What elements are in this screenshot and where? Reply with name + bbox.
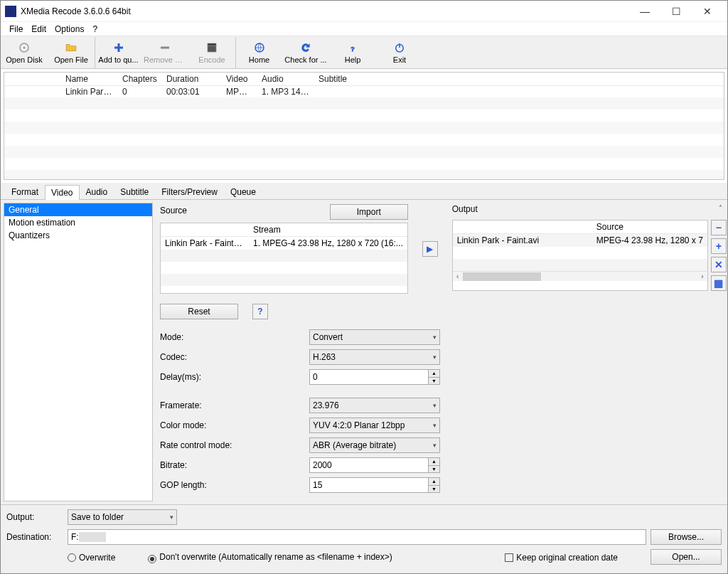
chevron-down-icon: ▾ bbox=[170, 514, 173, 521]
tab-video[interactable]: Video bbox=[45, 185, 79, 200]
side-item-quantizers[interactable]: Quantizers bbox=[4, 229, 152, 242]
delay-input[interactable]: ▲▼ bbox=[309, 369, 440, 385]
menu-file[interactable]: File bbox=[5, 23, 27, 36]
menu-help[interactable]: ? bbox=[88, 23, 102, 36]
toolbar-add-queue[interactable]: Add to qu... bbox=[95, 37, 141, 68]
chevron-down-icon: ▾ bbox=[433, 354, 437, 361]
toolbar-open-file[interactable]: Open File bbox=[48, 37, 95, 68]
chevron-down-icon: ▾ bbox=[433, 402, 437, 409]
tabs-bar: Format Video Audio Subtitle Filters/Prev… bbox=[1, 183, 727, 200]
toolbar-exit[interactable]: Exit bbox=[376, 37, 423, 68]
gop-input[interactable]: ▲▼ bbox=[309, 477, 440, 493]
video-settings-list[interactable]: General Motion estimation Quantizers bbox=[4, 203, 153, 501]
menu-bar: File Edit Options ? bbox=[1, 22, 727, 36]
reset-button[interactable]: Reset bbox=[160, 304, 238, 319]
output-mode-combo[interactable]: Save to folder▾ bbox=[68, 509, 177, 525]
app-icon bbox=[5, 6, 16, 17]
move-right-button[interactable]: ▶ bbox=[422, 241, 438, 257]
framerate-combo[interactable]: 23.976▾ bbox=[309, 398, 440, 413]
output-remove-button[interactable]: − bbox=[711, 220, 727, 235]
destination-input[interactable]: F: bbox=[68, 529, 646, 545]
codec-combo[interactable]: H.263▾ bbox=[309, 349, 440, 365]
output-add-button[interactable]: + bbox=[711, 238, 727, 254]
output-clear-button[interactable]: ✕ bbox=[711, 257, 727, 272]
dont-overwrite-radio[interactable]: Don't overwrite (Automatically rename as… bbox=[148, 552, 500, 562]
col-stream[interactable]: Stream bbox=[249, 223, 407, 236]
tab-audio[interactable]: Audio bbox=[80, 184, 114, 199]
source-title: Source bbox=[160, 206, 187, 216]
browse-button[interactable]: Browse... bbox=[651, 529, 722, 545]
refresh-icon bbox=[299, 41, 312, 54]
open-button[interactable]: Open... bbox=[651, 549, 722, 565]
toolbar-check-updates[interactable]: Check for ... bbox=[282, 37, 329, 68]
globe-icon bbox=[253, 41, 266, 54]
col-audio[interactable]: Audio bbox=[257, 73, 314, 85]
title-bar: XMedia Recode 3.6.0.6 64bit — ☐ ✕ bbox=[1, 1, 727, 22]
ratecontrol-combo[interactable]: ABR (Average bitrate)▾ bbox=[309, 437, 440, 453]
file-table-header: Name Chapters Duration Video Audio Subti… bbox=[4, 73, 724, 86]
side-item-general[interactable]: General bbox=[4, 203, 152, 216]
col-name[interactable]: Name bbox=[61, 73, 118, 85]
chevron-down-icon: ▾ bbox=[433, 442, 437, 449]
minus-icon bbox=[159, 41, 171, 54]
output-hscroll[interactable]: ‹ › bbox=[453, 271, 707, 281]
bitrate-input[interactable]: ▲▼ bbox=[309, 457, 440, 473]
file-table-row[interactable]: Linkin Park -... 0 00:03:01 MPEG-... 1. … bbox=[4, 86, 724, 97]
overwrite-radio[interactable]: Overwrite bbox=[68, 552, 115, 563]
power-icon bbox=[393, 41, 406, 54]
menu-edit[interactable]: Edit bbox=[27, 23, 50, 36]
keep-date-checkbox[interactable]: Keep original creation date bbox=[505, 552, 618, 563]
toolbar-encode[interactable]: Encode bbox=[188, 37, 235, 68]
toolbar-remove-job[interactable]: Remove Job bbox=[141, 37, 188, 68]
minimize-button[interactable]: — bbox=[629, 1, 660, 21]
toolbar-open-disk[interactable]: Open Disk bbox=[1, 37, 48, 68]
framerate-label: Framerate: bbox=[160, 400, 309, 410]
bitrate-spinner[interactable]: ▲▼ bbox=[428, 458, 439, 472]
window-title: XMedia Recode 3.6.0.6 64bit bbox=[21, 6, 629, 16]
mode-combo[interactable]: Convert▾ bbox=[309, 329, 440, 345]
colormode-label: Color mode: bbox=[160, 420, 309, 430]
col-chapters[interactable]: Chapters bbox=[118, 73, 162, 85]
mode-label: Mode: bbox=[160, 332, 309, 342]
maximize-button[interactable]: ☐ bbox=[660, 1, 692, 21]
source-table[interactable]: Stream Linkin Park - Faint.avi 1. MPEG-4… bbox=[160, 223, 408, 294]
field-help-button[interactable]: ? bbox=[252, 304, 268, 319]
folder-icon bbox=[65, 41, 77, 54]
output-table[interactable]: Source Linkin Park - Faint.avi MPEG-4 23… bbox=[452, 220, 708, 291]
scroll-up-icon[interactable]: ˄ bbox=[719, 203, 722, 213]
menu-options[interactable]: Options bbox=[50, 23, 88, 36]
form-area: ˄ Source Import Stream Linkin Park - Fai… bbox=[153, 200, 727, 504]
col-subtitle[interactable]: Subtitle bbox=[314, 73, 371, 85]
col-source[interactable]: Source bbox=[592, 220, 707, 233]
chevron-down-icon: ▾ bbox=[433, 334, 437, 341]
toolbar-help[interactable]: ? Help bbox=[329, 37, 376, 68]
gop-spinner[interactable]: ▲▼ bbox=[428, 478, 439, 492]
tab-subtitle[interactable]: Subtitle bbox=[114, 184, 155, 199]
col-duration[interactable]: Duration bbox=[162, 73, 222, 85]
tab-queue[interactable]: Queue bbox=[224, 184, 262, 199]
ratecontrol-label: Rate control mode: bbox=[160, 440, 309, 450]
question-icon: ? bbox=[346, 41, 359, 54]
clapper-icon bbox=[205, 41, 218, 54]
file-table[interactable]: Name Chapters Duration Video Audio Subti… bbox=[4, 72, 724, 180]
colormode-combo[interactable]: YUV 4:2:0 Planar 12bpp▾ bbox=[309, 418, 440, 433]
svg-rect-2 bbox=[208, 46, 216, 52]
import-button[interactable]: Import bbox=[330, 204, 408, 220]
bitrate-label: Bitrate: bbox=[160, 460, 309, 470]
output-grid-button[interactable]: ▦ bbox=[711, 275, 727, 291]
delay-spinner[interactable]: ▲▼ bbox=[428, 370, 439, 384]
svg-text:?: ? bbox=[350, 45, 355, 52]
side-item-motion[interactable]: Motion estimation bbox=[4, 216, 152, 229]
tab-format[interactable]: Format bbox=[5, 184, 45, 199]
bottom-panel: Output: Save to folder▾ Destination: F: … bbox=[1, 504, 727, 573]
center-pane: General Motion estimation Quantizers ˄ S… bbox=[1, 200, 727, 504]
toolbar-home[interactable]: Home bbox=[235, 37, 282, 68]
disc-icon bbox=[18, 41, 31, 54]
codec-label: Codec: bbox=[160, 352, 309, 362]
toolbar: Open Disk Open File Add to qu... Remove … bbox=[1, 36, 727, 69]
tab-filters[interactable]: Filters/Preview bbox=[155, 184, 224, 199]
svg-point-1 bbox=[23, 46, 26, 48]
vertical-scrollbar[interactable]: ˄ bbox=[714, 203, 726, 213]
close-button[interactable]: ✕ bbox=[692, 1, 723, 21]
col-video[interactable]: Video bbox=[222, 73, 257, 85]
